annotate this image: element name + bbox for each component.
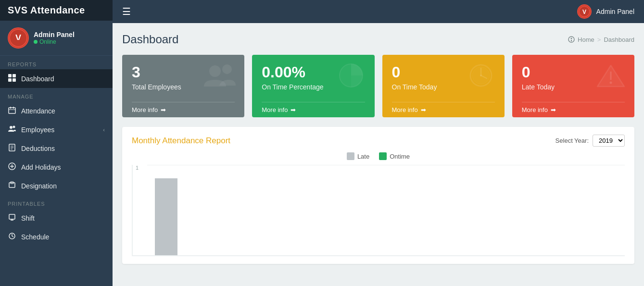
chart-area: 1 xyxy=(132,165,625,256)
chart-col-3 xyxy=(227,165,265,255)
late-today-more-info[interactable]: More info ➡ xyxy=(522,102,625,117)
on-time-today-more-info[interactable]: More info ➡ xyxy=(392,102,495,117)
chart-col-8 xyxy=(427,165,465,255)
breadcrumb-current: Dashboard xyxy=(604,36,634,43)
svg-rect-7 xyxy=(9,108,15,113)
svg-point-12 xyxy=(13,126,15,128)
breadcrumb-separator: > xyxy=(597,36,601,43)
sidebar-item-designation-label: Designation xyxy=(21,182,57,190)
late-today-icon xyxy=(595,62,627,95)
page-header: Dashboard Home > Dashboard xyxy=(122,33,634,46)
add-holidays-icon xyxy=(8,162,16,172)
sidebar-item-deductions-label: Deductions xyxy=(21,145,55,152)
app-title: SVS Attendance xyxy=(0,0,113,21)
report-title: Monthly Attendance Report xyxy=(132,136,230,146)
chart-col-4 xyxy=(267,165,305,255)
content-area: Dashboard Home > Dashboard 3 Total Emplo… xyxy=(113,23,644,286)
chart-y-label: 1 xyxy=(136,165,139,171)
chart-col-10 xyxy=(507,165,545,255)
svg-rect-3 xyxy=(8,74,12,77)
dashboard-icon xyxy=(8,74,16,83)
shift-icon xyxy=(8,213,16,223)
sidebar-item-shift-label: Shift xyxy=(21,214,35,222)
svg-rect-31 xyxy=(571,40,572,41)
total-employees-icon xyxy=(203,62,237,95)
card-on-time-today: 0 On Time Today More info ➡ xyxy=(382,55,505,117)
legend-late-box xyxy=(347,152,354,160)
svg-point-33 xyxy=(222,64,232,74)
sidebar-item-add-holidays[interactable]: Add Holidays xyxy=(0,158,113,176)
sidebar-user: V Admin Panel Online xyxy=(0,21,113,56)
sidebar-item-shift[interactable]: Shift xyxy=(0,209,113,227)
year-select[interactable]: 2019 2018 2017 xyxy=(593,135,625,147)
chart-col-2 xyxy=(187,165,225,255)
select-year-group: Select Year: 2019 2018 2017 xyxy=(556,135,625,147)
svg-line-25 xyxy=(12,236,13,237)
schedule-icon xyxy=(8,232,16,241)
total-employees-more-info[interactable]: More info ➡ xyxy=(132,102,235,117)
breadcrumb-home[interactable]: Home xyxy=(578,36,594,43)
sidebar-item-schedule-label: Schedule xyxy=(21,233,49,241)
on-time-percentage-more-info[interactable]: More info ➡ xyxy=(262,102,365,117)
on-time-today-icon xyxy=(466,62,497,95)
sidebar-item-employees[interactable]: Employees ‹ xyxy=(0,120,113,139)
sidebar-item-schedule[interactable]: Schedule xyxy=(0,227,113,246)
topbar-avatar: V xyxy=(577,4,592,19)
chart-col-9 xyxy=(467,165,505,255)
chart-col-12 xyxy=(587,165,625,255)
bar-late-1 xyxy=(155,178,177,255)
svg-rect-22 xyxy=(9,214,15,219)
section-reports: REPORTS xyxy=(0,56,113,69)
topbar-right: V Admin Panel xyxy=(577,4,634,19)
user-name: Admin Panel xyxy=(34,31,75,38)
status-dot xyxy=(34,40,38,44)
main-content: ☰ V Admin Panel Dashboard Home > Dashboa… xyxy=(113,0,644,286)
svg-point-11 xyxy=(10,126,13,129)
svg-point-29 xyxy=(568,37,574,42)
svg-rect-4 xyxy=(13,74,16,77)
sidebar-item-employees-label: Employees xyxy=(21,126,54,134)
legend-ontime: Ontime xyxy=(379,152,410,160)
chart-col-6 xyxy=(347,165,385,255)
user-status: Online xyxy=(34,38,75,45)
legend-ontime-box xyxy=(379,152,387,160)
svg-point-42 xyxy=(610,82,612,84)
card-on-time-percentage: 0.00% On Time Percentage More info ➡ xyxy=(252,55,374,117)
legend-late: Late xyxy=(347,152,369,160)
chart-col-11 xyxy=(547,165,585,255)
sidebar-item-deductions[interactable]: Deductions xyxy=(0,139,113,158)
legend-ontime-label: Ontime xyxy=(390,153,410,160)
hamburger-button[interactable]: ☰ xyxy=(122,6,131,17)
chart-columns xyxy=(147,165,625,255)
svg-point-30 xyxy=(571,38,572,39)
chart-legend: Late Ontime xyxy=(132,152,625,160)
svg-point-32 xyxy=(209,65,221,77)
sidebar-item-dashboard-label: Dashboard xyxy=(21,75,54,83)
chart-col-7 xyxy=(387,165,425,255)
attendance-icon xyxy=(8,106,16,115)
topbar: ☰ V Admin Panel xyxy=(113,0,644,23)
employees-chevron: ‹ xyxy=(103,127,105,133)
section-manage: MANAGE xyxy=(0,88,113,101)
sidebar-item-attendance-label: Attendance xyxy=(21,107,55,115)
select-year-label: Select Year: xyxy=(556,137,589,144)
sidebar-item-attendance[interactable]: Attendance xyxy=(0,101,113,120)
stat-cards: 3 Total Employees More info ➡ 0. xyxy=(122,55,634,117)
sidebar-item-dashboard[interactable]: Dashboard xyxy=(0,69,113,88)
breadcrumb: Home > Dashboard xyxy=(568,36,634,43)
sidebar-item-designation[interactable]: Designation xyxy=(0,176,113,195)
svg-rect-5 xyxy=(8,78,12,82)
sidebar-item-add-holidays-label: Add Holidays xyxy=(21,163,61,171)
section-printables: PRINTABLES xyxy=(0,195,113,209)
svg-rect-6 xyxy=(13,78,16,82)
legend-late-label: Late xyxy=(357,153,369,160)
page-title: Dashboard xyxy=(122,33,178,46)
card-total-employees: 3 Total Employees More info ➡ xyxy=(122,55,244,117)
svg-point-39 xyxy=(480,75,482,76)
deductions-icon xyxy=(8,144,16,153)
topbar-admin-label: Admin Panel xyxy=(596,8,634,15)
report-section: Monthly Attendance Report Select Year: 2… xyxy=(122,127,634,264)
designation-icon xyxy=(8,181,16,190)
on-time-percentage-icon xyxy=(336,62,367,95)
chart-col-5 xyxy=(307,165,345,255)
